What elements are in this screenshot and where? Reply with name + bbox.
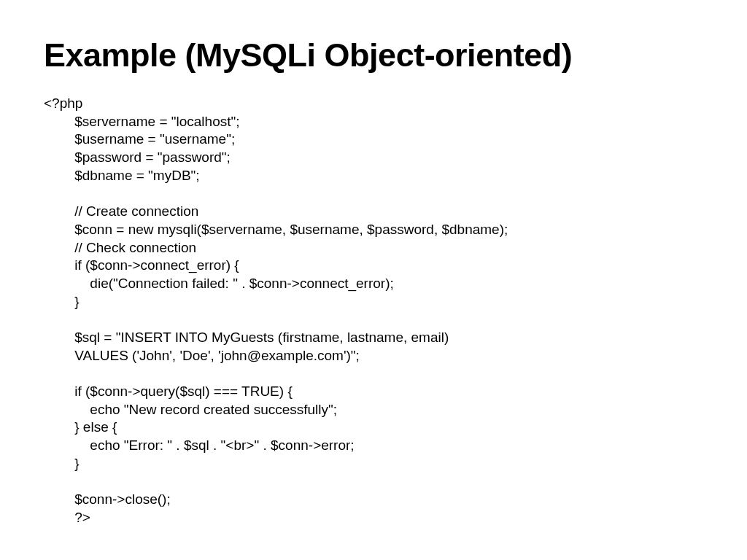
slide-container: Example (MySQLi Object-oriented) <?php $…	[0, 0, 747, 560]
code-block: <?php $servername = "localhost"; $userna…	[44, 95, 703, 527]
slide-title: Example (MySQLi Object-oriented)	[44, 36, 703, 74]
